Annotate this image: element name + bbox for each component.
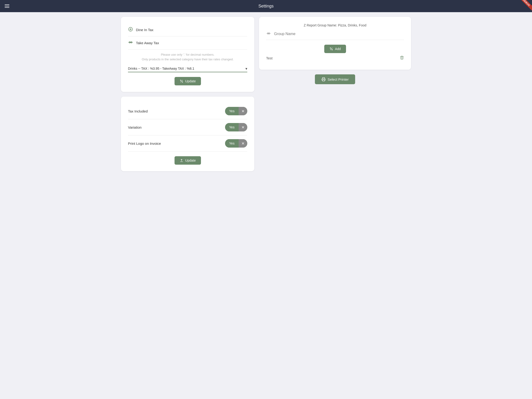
dine-in-tax-row: Dine In Tax [128,23,247,37]
svg-point-10 [332,49,332,50]
print-logo-no[interactable]: ✕ [239,139,247,148]
test-item-label: Test [266,56,272,60]
percent-icon [180,79,184,83]
toggle-update-button[interactable]: Update [175,156,201,165]
variation-toggle[interactable]: Yes ✕ [225,123,247,132]
debug-ribbon: DEBUG [519,0,532,13]
tax-info: Please use only '.' for decimal numbers.… [128,52,247,62]
printer-icon [322,77,326,81]
select-printer-label: Select Printer [328,77,348,81]
info-line2: Only products in the selected category h… [142,57,234,61]
upload-icon [180,158,184,162]
menu-button[interactable] [5,4,9,8]
svg-rect-11 [323,80,325,81]
take-away-label: Take Away Tax [136,41,159,45]
tax-update-btn-wrap: Update [128,77,247,85]
dine-in-label: Dine In Tax [136,28,153,32]
tax-update-button[interactable]: Update [175,77,201,85]
svg-point-5 [182,82,183,82]
tax-included-row: Tax Included Yes ✕ [128,103,247,119]
main-content: Dine In Tax Take Away Tax Please use onl… [116,12,416,176]
dine-in-icon [128,27,133,33]
percent-add-icon [329,47,333,51]
tax-included-yes[interactable]: Yes [225,107,239,115]
print-logo-yes[interactable]: Yes [225,139,239,148]
add-btn-wrap: Add [266,45,404,53]
add-group-button[interactable]: Add [324,45,346,53]
take-away-tax-row: Take Away Tax [128,37,247,50]
dropdown-arrow-icon: ▾ [245,66,247,71]
group-name-icon [266,31,271,37]
tax-included-label: Tax Included [128,109,148,113]
zreport-card: Z Report Group Name: Pizza, Drinks, Food [259,17,411,70]
variation-row: Variation Yes ✕ [128,119,247,135]
select-printer-button[interactable]: Select Printer [315,74,355,84]
svg-line-8 [330,48,332,50]
page-title: Settings [258,4,273,9]
tax-category-dropdown-row: Drinks -- TAX : %3.95 - TakeAway TAX : %… [128,65,247,72]
toggle-settings-card: Tax Included Yes ✕ Variation Yes ✕ Print… [121,97,254,171]
variation-label: Variation [128,125,142,129]
tax-settings-card: Dine In Tax Take Away Tax Please use onl… [121,17,254,92]
variation-yes[interactable]: Yes [225,123,239,132]
tax-included-no[interactable]: ✕ [239,107,247,115]
info-line1: Please use only '.' for decimal numbers. [161,53,215,56]
take-away-icon [128,40,133,46]
left-column: Dine In Tax Take Away Tax Please use onl… [121,17,254,171]
svg-line-3 [180,80,183,82]
group-name-row [266,31,404,40]
add-button-label: Add [335,47,341,51]
toggle-update-label: Update [185,158,196,162]
toggle-update-btn-wrap: Update [128,156,247,165]
variation-no[interactable]: ✕ [239,123,247,132]
tax-category-select[interactable]: Drinks -- TAX : %3.95 - TakeAway TAX : %… [128,65,245,72]
right-column: Z Report Group Name: Pizza, Drinks, Food [259,17,411,171]
delete-test-icon[interactable] [400,55,404,61]
test-item-row: Test [266,53,404,63]
svg-point-9 [330,48,330,48]
group-name-input[interactable] [274,32,404,36]
svg-point-4 [180,80,181,81]
tax-included-toggle[interactable]: Yes ✕ [225,107,247,115]
print-logo-toggle[interactable]: Yes ✕ [225,139,247,148]
app-header: Settings DEBUG [0,0,532,12]
debug-label: DEBUG [519,0,532,11]
zreport-header: Z Report Group Name: Pizza, Drinks, Food [266,23,404,27]
printer-btn-wrap: Select Printer [259,74,411,84]
tax-update-label: Update [185,79,196,83]
print-logo-row: Print Logo on Invoice Yes ✕ [128,135,247,152]
print-logo-label: Print Logo on Invoice [128,141,161,146]
